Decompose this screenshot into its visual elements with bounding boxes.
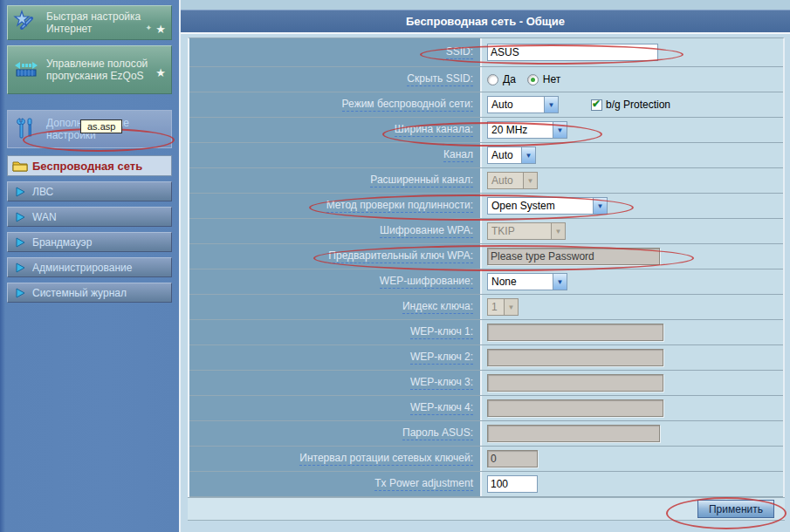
channel-select[interactable]: Auto bbox=[487, 147, 536, 164]
wep-key-1-label[interactable]: WEP-ключ 1: bbox=[410, 325, 473, 339]
form-row-wep-encryption: WEP-шифрование:None bbox=[189, 269, 783, 295]
chevron-down-icon bbox=[544, 97, 558, 113]
star-icon: ★ bbox=[155, 66, 166, 79]
value-cell bbox=[480, 396, 783, 420]
value-cell: Auto bbox=[480, 168, 783, 193]
checkbox-label: b/g Protection bbox=[606, 99, 670, 111]
form-row-wep-key-2: WEP-ключ 2: bbox=[189, 345, 783, 371]
sidebar-item-administration[interactable]: Администрирование bbox=[7, 257, 172, 277]
asus-password-label[interactable]: Пароль ASUS: bbox=[402, 426, 473, 440]
wpa-encryption-select[interactable]: TKIP bbox=[487, 222, 566, 240]
folder-icon bbox=[12, 160, 28, 172]
channel-label[interactable]: Канал bbox=[443, 148, 473, 162]
wep-key-2-input[interactable] bbox=[487, 349, 663, 366]
chevron-down-icon bbox=[523, 173, 537, 188]
selected-value: TKIP bbox=[488, 225, 551, 237]
form-row-hide-ssid: Скрыть SSID:ДаНет bbox=[189, 67, 783, 92]
label-cell: WEP-ключ 4: bbox=[189, 396, 480, 420]
value-cell: Auto bbox=[480, 143, 783, 167]
tools-icon bbox=[13, 116, 39, 142]
sidebar-item-label: WAN bbox=[32, 211, 57, 223]
label-cell: WEP-ключ 2: bbox=[189, 345, 480, 370]
arrow-right-icon bbox=[15, 187, 25, 197]
form-row-key-rotation-interval: Интервал ротации сетевых ключей: bbox=[189, 447, 783, 472]
hide-ssid-label[interactable]: Скрыть SSID: bbox=[407, 72, 473, 86]
form-row-wpa-key: Предварительный ключ WPA: bbox=[189, 244, 783, 269]
chevron-down-icon bbox=[553, 274, 567, 290]
value-cell: 20 MHz bbox=[480, 118, 783, 142]
sidebar-item-system-log[interactable]: Системный журнал bbox=[7, 283, 172, 303]
extended-channel-select[interactable]: Auto bbox=[487, 172, 538, 189]
value-cell bbox=[480, 447, 783, 471]
key-index-label[interactable]: Индекс ключа: bbox=[402, 300, 473, 314]
form-row-wep-key-3: WEP-ключ 3: bbox=[189, 371, 783, 396]
sidebar-item-quick-setup[interactable]: Быстрая настройка Интернет ✦ ★ bbox=[7, 5, 172, 40]
value-cell bbox=[480, 345, 783, 370]
wpa-encryption-label[interactable]: Шифрование WPA: bbox=[380, 224, 473, 238]
ssid-input[interactable] bbox=[487, 44, 658, 61]
form-row-channel-width: Ширина канала:20 MHz bbox=[189, 118, 783, 143]
selected-value: Auto bbox=[488, 149, 521, 161]
label-cell: Ширина канала: bbox=[189, 118, 480, 142]
chevron-down-icon bbox=[551, 223, 565, 239]
arrow-right-icon bbox=[15, 212, 25, 222]
wep-key-2-label[interactable]: WEP-ключ 2: bbox=[410, 351, 473, 365]
form-row-key-index: Индекс ключа:1 bbox=[189, 295, 783, 320]
wireless-mode-checkbox[interactable] bbox=[591, 99, 602, 111]
wep-key-4-label[interactable]: WEP-ключ 4: bbox=[410, 401, 473, 415]
label-cell: Канал bbox=[189, 143, 480, 167]
wireless-mode-label[interactable]: Режим беспроводной сети: bbox=[342, 98, 473, 112]
key-index-select[interactable]: 1 bbox=[487, 298, 519, 316]
channel-width-select[interactable]: 20 MHz bbox=[487, 121, 567, 139]
sidebar-item-label: Управление полосой пропускания EzQoS bbox=[46, 58, 151, 82]
sidebar-item-wireless[interactable]: Беспроводная сеть bbox=[7, 155, 172, 176]
wpa-key-label[interactable]: Предварительный ключ WPA: bbox=[328, 249, 473, 263]
wep-encryption-label[interactable]: WEP-шифрование: bbox=[380, 275, 473, 289]
auth-method-label[interactable]: Метод проверки подлинности: bbox=[326, 199, 473, 213]
sidebar-item-lan[interactable]: ЛВС bbox=[7, 181, 172, 201]
selected-value: None bbox=[488, 276, 553, 288]
tx-power-label[interactable]: Tx Power adjustment bbox=[374, 477, 473, 491]
sidebar-item-wan[interactable]: WAN bbox=[7, 207, 172, 227]
wep-key-1-input[interactable] bbox=[487, 324, 663, 341]
label-cell: Интервал ротации сетевых ключей: bbox=[189, 447, 480, 471]
selected-value: Auto bbox=[488, 99, 544, 111]
auth-method-select[interactable]: Open System bbox=[487, 197, 608, 215]
wep-key-4-input[interactable] bbox=[487, 399, 663, 417]
tx-power-input[interactable] bbox=[487, 475, 538, 493]
extended-channel-label[interactable]: Расширенный канал: bbox=[370, 174, 473, 188]
label-cell: WEP-шифрование: bbox=[189, 269, 480, 294]
hide-ssid-radio-1-selected[interactable] bbox=[527, 74, 539, 85]
value-cell bbox=[480, 371, 783, 395]
wep-encryption-select[interactable]: None bbox=[487, 273, 567, 290]
sidebar-item-label: Брандмауэр bbox=[32, 236, 92, 249]
form-row-wep-key-4: WEP-ключ 4: bbox=[189, 396, 783, 421]
label-cell: SSID: bbox=[189, 38, 480, 66]
selected-value: 20 MHz bbox=[488, 124, 553, 136]
star-icon: ★ bbox=[155, 23, 166, 36]
hide-ssid-radio-0[interactable] bbox=[487, 74, 498, 85]
form-row-extended-channel: Расширенный канал:Auto bbox=[189, 168, 783, 194]
value-cell bbox=[480, 38, 783, 66]
label-cell: Пароль ASUS: bbox=[189, 421, 480, 446]
wireless-mode-select[interactable]: Auto bbox=[487, 96, 559, 113]
value-cell: None bbox=[480, 269, 783, 294]
star-icon: ✦ bbox=[145, 24, 152, 32]
label-cell: Шифрование WPA: bbox=[189, 219, 480, 243]
wep-key-3-label[interactable]: WEP-ключ 3: bbox=[410, 376, 473, 390]
label-cell: Скрыть SSID: bbox=[189, 67, 480, 92]
label-cell: Tx Power adjustment bbox=[189, 472, 480, 496]
sidebar-item-ezqos[interactable]: Управление полосой пропускания EzQoS ★ bbox=[7, 45, 172, 94]
key-rotation-interval-input[interactable] bbox=[487, 450, 538, 467]
sidebar-item-firewall[interactable]: Брандмауэр bbox=[7, 232, 172, 252]
form-row-wpa-encryption: Шифрование WPA:TKIP bbox=[189, 219, 783, 244]
arrow-right-icon bbox=[15, 263, 25, 273]
channel-width-label[interactable]: Ширина канала: bbox=[395, 123, 473, 137]
key-rotation-interval-label[interactable]: Интервал ротации сетевых ключей: bbox=[299, 452, 473, 466]
label-cell: Индекс ключа: bbox=[189, 295, 480, 319]
wep-key-3-input[interactable] bbox=[487, 374, 663, 392]
wpa-key-input[interactable] bbox=[487, 248, 660, 265]
apply-button[interactable]: Применить bbox=[697, 500, 774, 518]
ssid-label[interactable]: SSID: bbox=[446, 45, 473, 59]
asus-password-input[interactable] bbox=[487, 425, 660, 442]
